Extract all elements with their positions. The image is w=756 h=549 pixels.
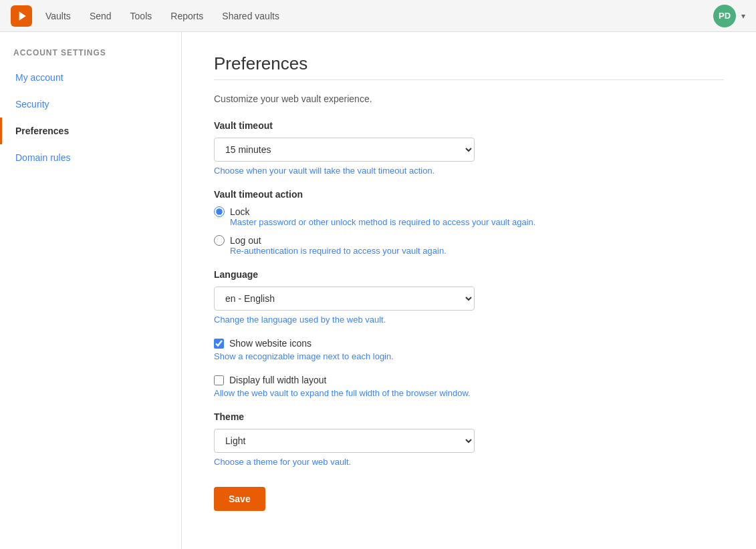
theme-section: Theme Light Dark System default Choose a…: [214, 411, 724, 467]
sidebar-section-title: ACCOUNT SETTINGS: [0, 48, 181, 64]
radio-logout-group: Log out Re-authentication is required to…: [214, 235, 724, 256]
full-width-section: Display full width layout Allow the web …: [214, 375, 724, 398]
website-icons-section: Show website icons Show a recognizable i…: [214, 338, 724, 361]
website-icons-desc: Show a recognizable image next to each l…: [214, 351, 724, 361]
radio-lock-label[interactable]: Lock: [214, 206, 724, 217]
svg-marker-0: [19, 11, 26, 20]
topnav-right: PD ▾: [713, 5, 745, 27]
radio-logout-label[interactable]: Log out: [214, 235, 724, 246]
full-width-label[interactable]: Display full width layout: [214, 375, 724, 385]
sidebar-item-my-account[interactable]: My account: [0, 64, 181, 91]
sidebar-item-preferences[interactable]: Preferences: [0, 118, 181, 144]
sidebar: ACCOUNT SETTINGS My account Security Pre…: [0, 32, 182, 549]
language-hint: Change the language used by the web vaul…: [214, 315, 724, 325]
nav-send[interactable]: Send: [90, 8, 112, 24]
nav-reports[interactable]: Reports: [170, 8, 203, 24]
sidebar-item-security[interactable]: Security: [0, 91, 181, 118]
website-icons-label[interactable]: Show website icons: [214, 338, 724, 349]
avatar-dropdown-icon[interactable]: ▾: [741, 11, 745, 21]
title-divider: [214, 79, 724, 80]
radio-logout-desc: Re-authentication is required to access …: [230, 246, 724, 256]
language-label: Language: [214, 269, 724, 280]
nav-tools[interactable]: Tools: [130, 8, 152, 24]
theme-label: Theme: [214, 411, 724, 422]
content-area: Preferences Customize your web vault exp…: [182, 32, 756, 549]
radio-logout-input[interactable]: [214, 235, 225, 246]
topnav: Vaults Send Tools Reports Shared vaults …: [0, 0, 756, 32]
nav-vaults[interactable]: Vaults: [45, 8, 71, 24]
app-logo[interactable]: [11, 5, 32, 27]
vault-timeout-section: Vault timeout 1 minute 5 minutes 15 minu…: [214, 120, 724, 176]
website-icons-checkbox[interactable]: [214, 339, 224, 349]
full-width-checkbox[interactable]: [214, 375, 224, 385]
vault-timeout-label: Vault timeout: [214, 120, 724, 131]
radio-lock-text: Lock: [230, 206, 250, 217]
subtitle: Customize your web vault experience.: [214, 94, 724, 104]
full-width-desc: Allow the web vault to expand the full w…: [214, 388, 724, 398]
language-select[interactable]: en - English de - German fr - French es …: [214, 287, 475, 311]
main-layout: ACCOUNT SETTINGS My account Security Pre…: [0, 32, 756, 549]
vault-timeout-action-label: Vault timeout action: [214, 189, 724, 200]
vault-timeout-select[interactable]: 1 minute 5 minutes 15 minutes 30 minutes…: [214, 138, 475, 162]
radio-logout-text: Log out: [230, 235, 261, 246]
page-title: Preferences: [214, 53, 724, 74]
nav-shared-vaults[interactable]: Shared vaults: [222, 8, 279, 24]
radio-lock-group: Lock Master password or other unlock met…: [214, 206, 724, 227]
theme-select[interactable]: Light Dark System default: [214, 429, 475, 453]
vault-timeout-hint: Choose when your vault will take the vau…: [214, 166, 724, 176]
save-button[interactable]: Save: [214, 487, 265, 511]
full-width-text: Display full width layout: [229, 375, 327, 385]
nav-links: Vaults Send Tools Reports Shared vaults: [45, 8, 713, 24]
avatar[interactable]: PD: [713, 5, 736, 27]
language-section: Language en - English de - German fr - F…: [214, 269, 724, 325]
website-icons-text: Show website icons: [229, 338, 311, 349]
theme-hint: Choose a theme for your web vault.: [214, 457, 724, 467]
radio-lock-desc: Master password or other unlock method i…: [230, 217, 724, 227]
radio-lock-input[interactable]: [214, 206, 225, 217]
vault-timeout-action-section: Vault timeout action Lock Master passwor…: [214, 189, 724, 256]
sidebar-item-domain-rules[interactable]: Domain rules: [0, 144, 181, 171]
